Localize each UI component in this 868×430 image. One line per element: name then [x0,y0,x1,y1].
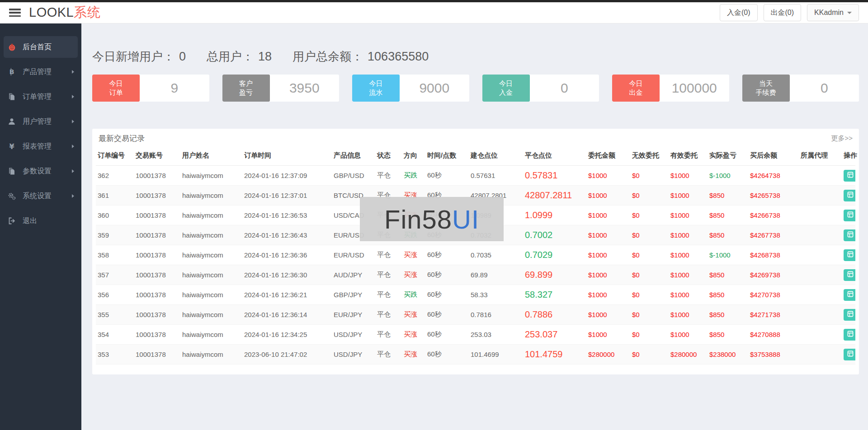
files-icon [7,167,16,176]
sidebar-item-system[interactable]: 系统设置 [4,185,78,207]
user-menu-button[interactable]: KKadmin [807,4,859,21]
card-today_withdraw: 今日出金100000 [612,75,729,102]
col-header-invalid-entrust: 无效委托 [630,148,669,166]
cell-action [842,345,855,365]
files-icon [7,92,16,101]
cell-status: 平仓 [375,245,402,265]
cell-actual-pnl: $850 [708,225,748,245]
cell-account: 10001378 [134,186,180,206]
deposit-button[interactable]: 入金(0) [720,4,758,21]
cell-balance-after: $4264738 [748,166,799,186]
sidebar-item-users[interactable]: 用户管理 [4,111,78,132]
col-header-time-points: 时间/点数 [425,148,469,166]
col-header-actual-pnl: 实际盈亏 [708,148,748,166]
sidebar-item-dashboard[interactable]: 后台首页 [4,36,78,58]
cell-order-id: 359 [96,225,134,245]
cell-order-time: 2023-06-10 21:47:02 [242,345,332,365]
row-action-button[interactable] [844,289,855,301]
header: LOOKL系统 入金(0) 出金(0) KKadmin [0,2,868,23]
cell-invalid-entrust: $0 [630,265,669,285]
cell-entrust-amount: $1000 [586,166,630,186]
app-logo: LOOKL系统 [29,4,100,22]
cell-action [842,225,855,245]
row-action-button[interactable] [844,229,855,241]
cell-valid-entrust: $1000 [669,325,708,345]
card-label: 今日入金 [482,75,530,102]
col-header-product: 产品信息 [332,148,375,166]
row-action-button[interactable] [844,210,855,221]
cell-open-price: 101.4699 [469,345,523,365]
cell-username: haiwaiymcom [180,305,242,325]
cell-balance-after: $4265738 [748,186,799,206]
cell-close-price: 101.4759 [523,345,586,365]
cell-username: haiwaiymcom [180,325,242,345]
row-action-button[interactable] [844,329,855,341]
cell-close-price: 0.7886 [523,305,586,325]
cell-entrust-amount: $1000 [586,265,630,285]
cell-account: 10001378 [134,325,180,345]
cell-agent [799,225,842,245]
card-label-line2: 出金 [629,88,643,97]
cell-time-points: 60秒 [425,325,469,345]
chevron-right-icon [72,145,74,148]
cell-open-price: 0.7035 [469,245,523,265]
cell-product: GBP/JPY [332,285,375,305]
cell-close-price: 58.327 [523,285,586,305]
cell-invalid-entrust: $0 [630,305,669,325]
row-action-button[interactable] [844,190,855,201]
cell-invalid-entrust: $0 [630,285,669,305]
latest-trades-panel: 最新交易记录 更多>> 订单编号交易账号用户姓名订单时间产品信息状态方向时间/点… [92,129,859,374]
cell-open-price: 58.33 [469,285,523,305]
cell-direction: 买涨 [402,345,425,365]
table-row: 36210001378haiwaiymcom2024-01-16 12:37:0… [96,166,855,186]
cell-agent [799,166,842,186]
cell-balance-after: $4266738 [748,206,799,225]
row-action-button[interactable] [844,249,855,261]
cell-action [842,265,855,285]
sidebar-item-products[interactable]: B产品管理 [4,61,78,83]
cell-balance-after: $4267738 [748,225,799,245]
row-action-button[interactable] [844,170,855,182]
card-label-line1: 当天 [759,79,773,88]
row-action-button[interactable] [844,309,855,321]
sidebar-item-label: 后台首页 [23,42,52,52]
cell-product: USD/JPY [332,345,375,365]
cell-direction: 买涨 [402,265,425,285]
cell-time-points: 60秒 [425,305,469,325]
action-table-icon [847,171,854,180]
cell-account: 10001378 [134,166,180,186]
col-header-open-price: 建仓点位 [469,148,523,166]
card-label: 今日订单 [92,75,140,102]
cell-order-id: 358 [96,245,134,265]
sidebar-item-reports[interactable]: ¥报表管理 [4,136,78,157]
cell-invalid-entrust: $0 [630,166,669,186]
hamburger-menu-icon[interactable] [9,9,21,17]
more-link[interactable]: 更多>> [831,134,853,143]
cell-action [842,166,855,186]
cell-action [842,245,855,265]
sidebar-item-logout[interactable]: 退出 [4,210,78,232]
yen-icon: ¥ [7,142,16,151]
trades-table: 订单编号交易账号用户姓名订单时间产品信息状态方向时间/点数建仓点位平仓点位委托金… [96,148,855,365]
card-today_fee: 当天手续费0 [742,75,859,102]
action-table-icon [847,211,854,220]
ladybug-icon [7,42,16,51]
card-value: 0 [790,75,859,102]
sidebar-item-params[interactable]: 参数设置 [4,160,78,182]
withdraw-button[interactable]: 出金(0) [764,4,802,21]
col-header-valid-entrust: 有效委托 [669,148,708,166]
stat-total_users: 总用户：18 [207,49,272,65]
bitcoin-icon: B [7,67,16,76]
cell-agent [799,186,842,206]
logo-main: LOOKL [29,5,74,19]
cell-valid-entrust: $1000 [669,186,708,206]
row-action-button[interactable] [844,349,855,360]
row-action-button[interactable] [844,269,855,281]
cell-order-time: 2024-01-16 12:36:53 [242,206,332,225]
card-label-line2: 手续费 [756,88,776,97]
cell-account: 10001378 [134,285,180,305]
chevron-right-icon [72,70,74,74]
cell-agent [799,345,842,365]
sidebar-item-orders[interactable]: 订单管理 [4,86,78,108]
card-label: 今日出金 [612,75,660,102]
